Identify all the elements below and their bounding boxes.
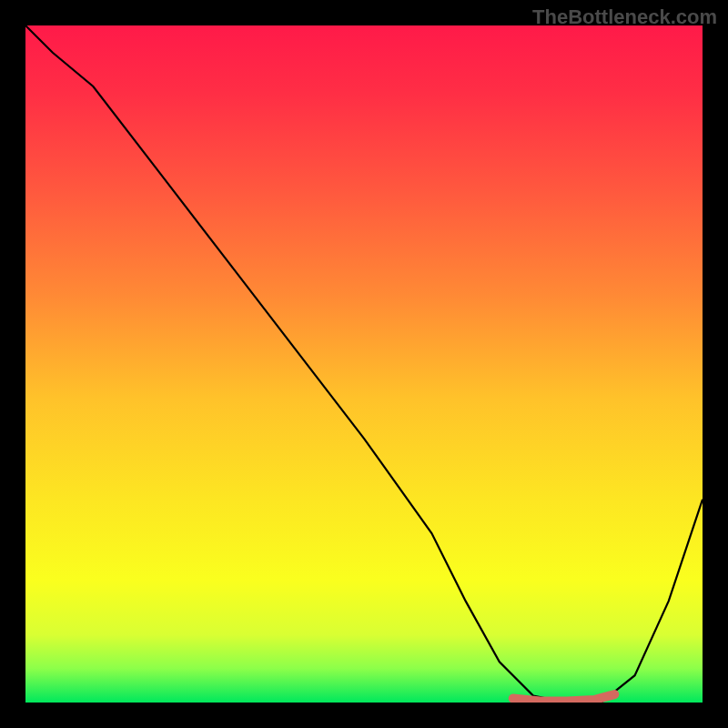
highlight-segment-line: [513, 694, 615, 701]
chart-plot-area: [25, 25, 703, 703]
watermark-text: TheBottleneck.com: [532, 5, 717, 29]
chart-curve-layer: [25, 25, 703, 703]
bottleneck-curve-line: [25, 25, 703, 703]
